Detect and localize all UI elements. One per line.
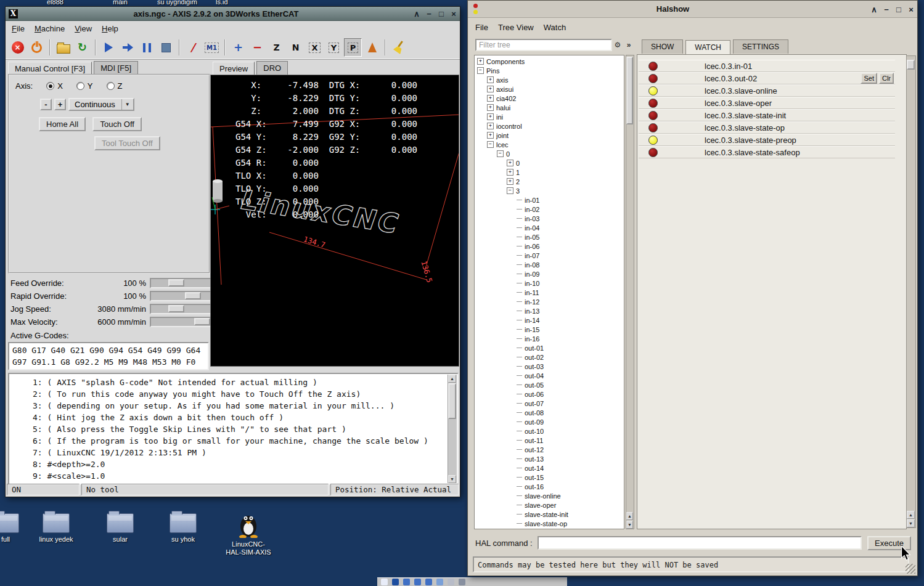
axis-radio-y[interactable]: Y [76,81,93,91]
tree-item-slave-state-init[interactable]: slave-state-init [475,510,624,519]
tree-item-in-14[interactable]: in-14 [475,315,624,325]
scroll-down-icon[interactable]: ▼ [907,519,915,527]
tree-item-in-16[interactable]: in-16 [475,334,624,343]
scroll-up-icon[interactable]: ▲ [448,375,456,383]
desktop-icon-label[interactable]: su uygndigim [157,0,197,6]
shade-button[interactable]: ∧ [411,9,423,18]
scroll-up-icon[interactable]: ▲ [626,512,633,520]
taskbar-icon[interactable] [425,579,432,585]
scrollbar-thumb[interactable] [626,57,633,124]
run-program-button[interactable] [100,38,118,57]
tree-item-out-15[interactable]: out-15 [475,473,624,482]
menu-view[interactable]: View [70,22,97,35]
tree-item-out-02[interactable]: out-02 [475,352,624,362]
desktop-icon-label[interactable]: ls.id [216,0,228,6]
tree-item-in-10[interactable]: in-10 [475,279,624,288]
expand-icon[interactable]: + [487,86,494,92]
gcode-line[interactable]: 4: ( Hint jog the Z axis down a bit then… [33,412,445,423]
watch-row[interactable]: lcec.0.3.slave-state-init [639,109,895,121]
slider-feed-override[interactable] [150,278,211,288]
zoom-out-button[interactable]: − [248,38,266,57]
touch-off-button[interactable]: Touch Off [92,117,141,131]
tree-item-lcec[interactable]: −lcec [475,140,624,149]
tree-item-out-10[interactable]: out-10 [475,426,624,436]
slider-handle[interactable] [185,292,201,299]
tree-item-in-13[interactable]: in-13 [475,306,624,315]
zoom-in-button[interactable]: + [229,38,247,57]
tree-item-slave-online[interactable]: slave-online [475,491,624,500]
tree-item-out-11[interactable]: out-11 [475,436,624,445]
axis-radio-z[interactable]: Z [107,81,123,91]
tree-item-halui[interactable]: +halui [475,103,624,112]
tree-item-iocontrol[interactable]: +iocontrol [475,121,624,131]
gcode-line[interactable]: 9: #<scale>=1.0 [33,470,445,482]
rotate-view-button[interactable] [363,38,381,57]
watch-row[interactable]: lcec.0.3.slave-state-preop [639,134,895,146]
menu-help[interactable]: Help [97,22,123,35]
tree-item-in-07[interactable]: in-07 [475,251,624,260]
expand-panel-icon[interactable] [623,39,634,51]
axis-radio-x[interactable]: X [46,81,63,91]
tree-item-out-07[interactable]: out-07 [475,399,624,408]
tree-item-ini[interactable]: +ini [475,112,624,121]
tree-item-in-02[interactable]: in-02 [475,205,624,214]
tree-item-out-09[interactable]: out-09 [475,417,624,426]
tree-item-joint[interactable]: +joint [475,131,624,140]
taskbar[interactable] [377,577,567,586]
tree-item-0[interactable]: +0 [475,158,624,168]
tree-item-3[interactable]: −3 [475,186,624,195]
tree-item-in-05[interactable]: in-05 [475,232,624,242]
watch-row[interactable]: lcec.0.3.out-02SetClr [639,72,895,84]
taskbar-icon[interactable] [392,579,399,585]
menu-file[interactable]: File [7,22,30,35]
tree-item-out-05[interactable]: out-05 [475,380,624,389]
taskbar-icon[interactable] [436,579,443,585]
gcode-line[interactable]: 2: ( To run this code anyway you might h… [33,388,445,400]
minimize-button[interactable]: − [880,5,893,14]
reload-file-button[interactable]: ↻ [73,38,91,57]
tab-settings[interactable]: SETTINGS [733,39,788,54]
gcode-listing[interactable]: 1: ( AXIS "splash G-code" Not intended f… [8,373,459,485]
gcode-line[interactable]: 7: ( LinuxCNC 19/1/2012 2:13:51 PM ) [33,447,445,458]
open-file-button[interactable] [54,38,72,57]
close-button[interactable]: × [448,9,460,18]
jog-plus-button[interactable]: + [54,99,66,110]
halshow-titlebar[interactable]: Halshow ∧−□× [468,1,917,18]
tree-item-out-03[interactable]: out-03 [475,362,624,371]
slider-rapid-override[interactable] [150,291,211,301]
tree-item-in-06[interactable]: in-06 [475,242,624,251]
gcode-line[interactable]: 1: ( AXIS "splash G-code" Not intended f… [33,376,445,388]
tree-item-0[interactable]: −0 [475,149,624,158]
maximize-button[interactable]: □ [435,9,448,18]
tree-item-slave-state-op[interactable]: slave-state-op [475,519,624,528]
collapse-icon[interactable]: − [487,141,494,148]
gear-icon[interactable] [612,39,623,51]
tree-item-in-11[interactable]: in-11 [475,288,624,297]
jog-minus-button[interactable]: - [40,99,52,110]
taskbar-icon[interactable] [448,579,454,585]
watch-row[interactable]: lcec.0.3.slave-state-safeop [639,146,895,158]
stop-button[interactable] [157,38,175,57]
menu-tree-view[interactable]: Tree View [493,21,539,34]
set-button[interactable]: Set [861,73,877,84]
tree-item-out-13[interactable]: out-13 [475,454,624,463]
tree-item-2[interactable]: +2 [475,177,624,186]
scrollbar-thumb[interactable] [448,383,456,419]
expand-icon[interactable]: + [477,58,484,65]
watch-row[interactable]: lcec.0.3.slave-state-op [639,121,895,134]
desktop-icon-label[interactable]: main [113,0,128,6]
view-z-button[interactable]: Z [268,38,285,57]
maximize-button[interactable]: □ [893,5,905,14]
expand-icon[interactable]: + [487,113,494,120]
expand-icon[interactable]: + [487,123,494,129]
toggle-skip-lines-button[interactable]: / [184,38,202,57]
tree-item-in-04[interactable]: in-04 [475,223,624,232]
gcode-scrollbar[interactable]: ▲ ▼ [448,375,457,483]
taskbar-icon[interactable] [414,579,421,585]
menu-file[interactable]: File [470,21,493,34]
resize-grip[interactable] [906,564,915,574]
view-y-button[interactable]: Y [325,38,343,57]
home-all-button[interactable]: Home All [39,117,86,131]
tab-show[interactable]: SHOW [642,39,683,54]
scroll-up-icon[interactable]: ▲ [907,511,915,519]
